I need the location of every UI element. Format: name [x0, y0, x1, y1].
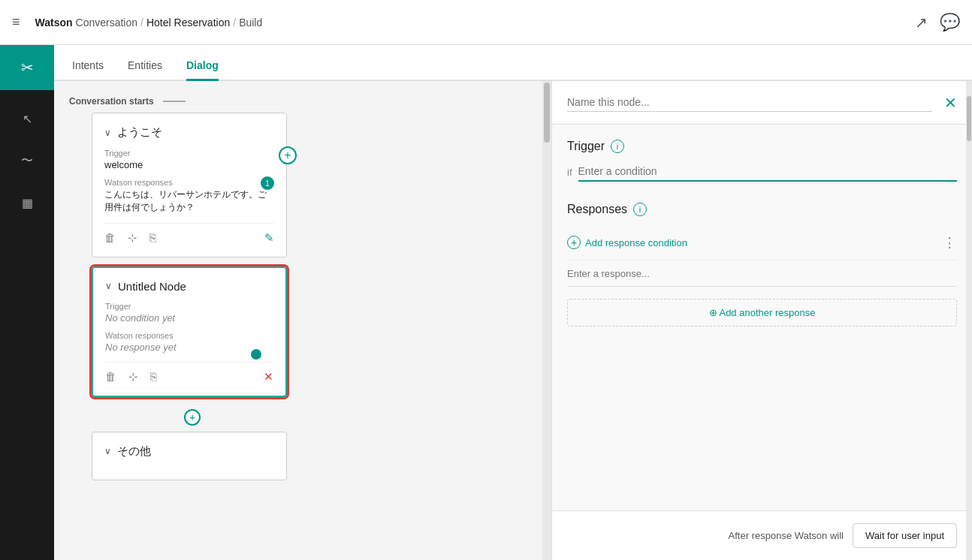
trigger-if-label: if [567, 167, 572, 178]
node-welcome-trigger-value: welcome [104, 159, 274, 170]
node-welcome-title: ようこそ [117, 125, 162, 140]
add-condition-plus-icon: + [567, 236, 581, 249]
wait-for-user-input-button[interactable]: Wait for user input [853, 523, 957, 548]
add-child-node-button[interactable]: + [279, 146, 297, 164]
sidebar-tool-button[interactable]: ✂ [0, 45, 54, 90]
add-node-below-button[interactable]: + [184, 409, 201, 426]
right-panel-scrollbar[interactable] [966, 81, 972, 560]
responses-title-text: Responses [567, 203, 627, 216]
trigger-section-title: Trigger i [567, 140, 957, 153]
add-response-condition-button[interactable]: + Add response condition [567, 230, 687, 255]
breadcrumb-app-suffix: Conversation [76, 17, 138, 29]
sidebar-item-grid[interactable]: ▦ [0, 183, 54, 222]
response-condition-row: + Add response condition ⋮ [567, 225, 957, 260]
node-other[interactable]: ∨ その他 [92, 432, 287, 480]
trigger-title-text: Trigger [567, 140, 605, 153]
entity-nav-icon: 〜 [21, 153, 33, 169]
canvas-scrollbar-thumb [544, 83, 550, 143]
breadcrumb: Watson Conversation / Hotel Reservation … [35, 17, 263, 29]
conversation-starts-label: Conversation starts [69, 96, 154, 107]
tool-icon: ✂ [21, 59, 34, 77]
breadcrumb-project[interactable]: Hotel Reservation [146, 17, 230, 29]
add-response-condition-label: Add response condition [585, 237, 687, 248]
node-other-title: その他 [117, 444, 151, 459]
tab-entities[interactable]: Entities [128, 59, 162, 81]
duplicate-icon-untitled[interactable]: ⎘ [150, 370, 157, 383]
tab-intents[interactable]: Intents [72, 59, 104, 81]
tab-bar: Intents Entities Dialog [54, 45, 972, 81]
node-other-chevron[interactable]: ∨ [104, 446, 111, 456]
edit-icon[interactable]: ✎ [264, 231, 274, 245]
sidebar-item-intent[interactable]: ↖ [0, 99, 54, 138]
node-untitled[interactable]: ∨ Untitled Node Trigger No condition yet… [92, 266, 287, 397]
node-other-header: ∨ その他 [104, 444, 274, 459]
breadcrumb-sep1: / [140, 17, 143, 29]
responses-info-icon[interactable]: i [633, 203, 647, 216]
main-layout: ✂ ↖ 〜 ▦ Intents Entities Dialog [0, 45, 972, 560]
intent-nav-icon: ↖ [23, 112, 32, 126]
trigger-condition-input[interactable] [578, 162, 958, 182]
breadcrumb-sep2: / [233, 17, 236, 29]
dialog-area: Conversation starts ∨ ようこそ [54, 81, 972, 560]
node-welcome-header: ∨ ようこそ [104, 125, 274, 140]
right-panel: ✕ Trigger i if [551, 81, 972, 560]
node-untitled-response-text: No response yet [105, 342, 273, 353]
dots-menu-button[interactable]: ⋮ [943, 234, 957, 251]
node-welcome-responses-label: Watson responses [104, 178, 274, 187]
right-panel-header: ✕ [552, 81, 972, 125]
response-input-row [567, 260, 957, 287]
node-untitled-title: Untitled Node [118, 280, 186, 293]
right-panel-footer: After response Watson will Wait for user… [552, 510, 972, 560]
node-untitled-responses-section: Watson responses No response yet [105, 331, 273, 353]
left-sidebar: ✂ ↖ 〜 ▦ [0, 45, 54, 560]
right-panel-scrollbar-thumb [967, 96, 971, 141]
close-panel-button[interactable]: ✕ [944, 94, 957, 112]
node-welcome-badge: 1 [261, 176, 274, 190]
canvas: Conversation starts ∨ ようこそ [54, 81, 542, 560]
breadcrumb-app: Watson [35, 17, 73, 29]
node-welcome-responses-section: Watson responses 1 こんにちは、リバーサンホテルです。ご用件は… [104, 178, 274, 214]
move-icon-untitled[interactable]: ⊹ [128, 370, 138, 384]
node-untitled-actions: 🗑 ⊹ ⎘ ✕ [105, 362, 273, 384]
breadcrumb-page: Build [239, 17, 262, 29]
canvas-scrollbar[interactable] [542, 81, 551, 560]
node-welcome-trigger-label: Trigger [104, 149, 274, 158]
node-welcome-actions: 🗑 ⊹ ⎘ ✎ [104, 223, 274, 245]
redirect-icon[interactable]: ↗ [915, 14, 928, 32]
node-untitled-chevron[interactable]: ∨ [105, 281, 112, 291]
tab-dialog[interactable]: Dialog [186, 59, 219, 81]
responses-section-title: Responses i [567, 203, 957, 216]
chat-icon[interactable]: 💬 [940, 13, 960, 32]
trigger-info-icon[interactable]: i [611, 140, 624, 153]
response-text-input[interactable] [567, 268, 957, 279]
node-untitled-trigger-section: Trigger No condition yet [105, 302, 273, 324]
trigger-if-row: if [567, 162, 957, 182]
menu-icon[interactable]: ≡ [12, 14, 20, 30]
conversation-starts: Conversation starts [69, 96, 527, 107]
node-untitled-trigger-value: No condition yet [105, 312, 273, 324]
move-icon[interactable]: ⊹ [128, 231, 137, 245]
delete-icon-untitled[interactable]: 🗑 [105, 370, 116, 383]
node-welcome-chevron[interactable]: ∨ [104, 128, 111, 138]
node-untitled-dot [251, 349, 261, 360]
sidebar-item-entity[interactable]: 〜 [0, 141, 54, 180]
right-panel-body: Trigger i if Responses [552, 125, 972, 510]
add-another-response-label: ⊕ Add another response [709, 307, 816, 318]
node-welcome-trigger-section: Trigger welcome [104, 149, 274, 170]
add-another-response-button[interactable]: ⊕ Add another response [567, 299, 957, 327]
after-response-label: After response Watson will [729, 530, 844, 541]
node-name-input[interactable] [567, 93, 932, 112]
node-welcome[interactable]: ∨ ようこそ Trigger welcome Watson responses … [92, 113, 287, 257]
node-untitled-trigger-label: Trigger [105, 302, 273, 311]
top-bar-actions: ↗ 💬 [915, 13, 960, 32]
grid-nav-icon: ▦ [22, 196, 33, 210]
close-icon-untitled[interactable]: ✕ [264, 370, 273, 384]
top-bar: ≡ Watson Conversation / Hotel Reservatio… [0, 0, 972, 45]
duplicate-icon[interactable]: ⎘ [149, 231, 156, 244]
tab-section: Intents Entities Dialog Conversation sta… [54, 45, 972, 560]
node-untitled-header: ∨ Untitled Node [105, 280, 273, 293]
delete-icon[interactable]: 🗑 [104, 231, 116, 244]
trigger-section: Trigger i if [567, 140, 957, 182]
content-area: Intents Entities Dialog Conversation sta… [54, 45, 972, 560]
sidebar-nav: ↖ 〜 ▦ [0, 90, 54, 231]
